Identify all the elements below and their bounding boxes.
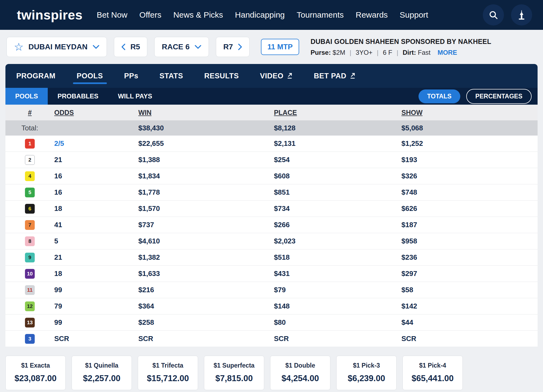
meta-separator: |	[350, 49, 351, 56]
total-place: $8,128	[274, 124, 401, 132]
race-select[interactable]: RACE 6	[154, 37, 209, 57]
show-pool: $1,252	[401, 139, 538, 148]
show-pool: $187	[401, 221, 538, 229]
pool-value: $7,815.00	[204, 374, 264, 383]
win-pool: $1,778	[138, 188, 274, 197]
race-select-label: RACE 6	[162, 43, 190, 51]
win-pool: $1,570	[138, 204, 274, 213]
show-pool: $748	[401, 188, 538, 197]
header-number[interactable]: #	[28, 109, 32, 117]
percentages-toggle[interactable]: PERCENTAGES	[466, 89, 532, 104]
subtab-pools[interactable]: POOLS	[5, 88, 48, 105]
totals-toggle[interactable]: TOTALS	[419, 89, 460, 103]
pool-label: $1 Pick-3	[337, 362, 396, 369]
saddle-cloth-3: 3	[25, 334, 35, 344]
subtab-will-pays[interactable]: WILL PAYS	[108, 88, 162, 105]
place-pool: $254	[274, 156, 401, 164]
saddle-cloth-5: 5	[25, 188, 35, 197]
total-row: Total: $38,430 $8,128 $5,068	[5, 120, 538, 136]
saddle-cloth-2: 2	[25, 155, 35, 165]
table-row: 12 79 $364 $148 $142	[5, 298, 538, 314]
saddle-cloth-12: 12	[25, 301, 35, 311]
odds-value: 16	[54, 172, 62, 180]
tab-pps[interactable]: PPs	[124, 64, 139, 88]
win-pool: $1,388	[138, 156, 274, 164]
win-pool: $216	[138, 286, 274, 294]
show-pool: $326	[401, 172, 538, 180]
pool-value: $23,087.00	[6, 374, 65, 383]
saddle-cloth-9: 9	[25, 253, 35, 262]
place-pool: $2,023	[274, 237, 401, 245]
tab-pools[interactable]: POOLS	[77, 64, 103, 88]
table-row: 3 SCR SCR SCR SCR	[5, 331, 538, 347]
place-pool: $80	[274, 318, 401, 327]
pool-label: $1 Quinella	[72, 362, 132, 369]
nav-support[interactable]: Support	[400, 10, 428, 20]
track-name: DUBAI MEYDAN	[28, 43, 88, 51]
nav-rewards[interactable]: Rewards	[356, 10, 388, 20]
table-row: 7 41 $737 $266 $187	[5, 217, 538, 233]
odds-value: 79	[54, 302, 62, 310]
odds-value: 18	[54, 269, 62, 278]
favorite-star-icon: ☆	[14, 41, 24, 52]
nav-offers[interactable]: Offers	[139, 10, 161, 20]
mtp-badge: 11 MTP	[261, 39, 299, 55]
tab-results[interactable]: RESULTS	[204, 64, 239, 88]
next-race-label: R7	[223, 43, 233, 51]
table-row: 4 16 $1,834 $608 $326	[5, 168, 538, 184]
table-row: 13 99 $258 $80 $44	[5, 314, 538, 331]
subtab-probables[interactable]: PROBABLES	[48, 88, 108, 105]
spires-menu-button[interactable]	[511, 4, 532, 25]
tab-program[interactable]: PROGRAM	[16, 64, 56, 88]
tab-bet-pad[interactable]: BET PAD	[314, 64, 356, 88]
nav-news-picks[interactable]: News & Picks	[173, 10, 223, 20]
win-pool: $737	[138, 221, 274, 229]
pool-card-superfecta: $1 Superfecta $7,815.00	[204, 356, 264, 390]
surface-condition: Dirt: Fast	[403, 49, 430, 56]
show-pool: $58	[401, 286, 538, 294]
chevron-down-icon	[194, 45, 202, 49]
track-select[interactable]: ☆ DUBAI MEYDAN	[7, 37, 107, 57]
main-tabbar: PROGRAM POOLS PPs STATS RESULTS VIDEO BE…	[5, 64, 538, 88]
nav-bet-now[interactable]: Bet Now	[97, 10, 127, 20]
nav-tournaments[interactable]: Tournaments	[297, 10, 344, 20]
odds-value: 41	[54, 221, 62, 229]
show-pool: $44	[401, 318, 538, 327]
chevron-down-icon	[92, 45, 100, 49]
saddle-cloth-8: 8	[25, 236, 35, 246]
race-info: DUBAI GOLDEN SHAHEEN SPONSORED BY NAKHEE…	[311, 38, 491, 56]
header-place[interactable]: PLACE	[274, 109, 297, 116]
odds-value: SCR	[54, 335, 69, 343]
show-pool: $958	[401, 237, 538, 245]
win-pool: SCR	[138, 335, 274, 343]
header-show[interactable]: SHOW	[401, 109, 423, 116]
win-pool: $1,382	[138, 253, 274, 262]
more-link[interactable]: MORE	[437, 49, 457, 56]
table-row: 8 5 $4,610 $2,023 $958	[5, 233, 538, 249]
saddle-cloth-13: 13	[25, 318, 35, 327]
header-odds[interactable]: ODDS	[54, 109, 74, 116]
prev-race-button[interactable]: R5	[114, 37, 148, 57]
pools-subtabbar: POOLS PROBABLES WILL PAYS TOTALS PERCENT…	[5, 88, 538, 105]
tab-video[interactable]: VIDEO	[260, 64, 293, 88]
twinspires-logo[interactable]: twinspires	[17, 8, 82, 23]
odds-value: 18	[54, 204, 62, 213]
win-pool: $4,610	[138, 237, 274, 245]
total-show: $5,068	[401, 124, 538, 132]
race-selector-bar: ☆ DUBAI MEYDAN R5 RACE 6 R7 11 MTP DUBAI…	[0, 30, 543, 64]
place-pool: $431	[274, 269, 401, 278]
pool-card-pick3: $1 Pick-3 $6,239.00	[336, 356, 397, 390]
odds-value: 99	[54, 318, 62, 326]
next-race-button[interactable]: R7	[216, 37, 250, 57]
meta-separator: |	[397, 49, 398, 56]
search-button[interactable]	[483, 4, 504, 25]
header-win[interactable]: WIN	[138, 109, 152, 116]
nav-handicapping[interactable]: Handicapping	[235, 10, 285, 20]
odds-value[interactable]: 2/5	[54, 139, 64, 147]
pool-label: $1 Pick-4	[403, 362, 462, 369]
tab-stats[interactable]: STATS	[159, 64, 183, 88]
pools-table: # ODDS WIN PLACE SHOW Total: $38,430 $8,…	[5, 105, 538, 347]
pool-label: $1 Trifecta	[138, 362, 198, 369]
pool-card-double: $1 Double $4,254.00	[270, 356, 330, 390]
chevron-left-icon	[121, 43, 126, 50]
